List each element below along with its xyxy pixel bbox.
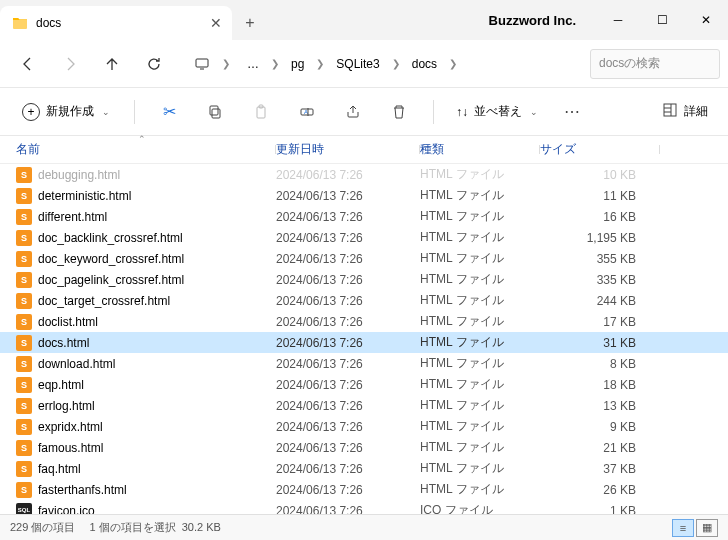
column-header-size[interactable]: サイズ bbox=[540, 141, 660, 158]
tab-title: docs bbox=[36, 16, 200, 30]
file-row[interactable]: Serrlog.html2024/06/13 7:26HTML ファイル13 K… bbox=[0, 395, 728, 416]
close-button[interactable]: ✕ bbox=[684, 0, 728, 40]
file-row[interactable]: Sdocs.html2024/06/13 7:26HTML ファイル31 KB bbox=[0, 332, 728, 353]
file-type: HTML ファイル bbox=[420, 250, 540, 267]
rename-button[interactable]: A bbox=[287, 94, 327, 130]
search-input[interactable]: docsの検索 bbox=[590, 49, 720, 79]
file-row[interactable]: Sdownload.html2024/06/13 7:26HTML ファイル8 … bbox=[0, 353, 728, 374]
file-size: 37 KB bbox=[540, 462, 644, 476]
breadcrumb-item[interactable]: docs bbox=[406, 53, 443, 75]
breadcrumb-overflow[interactable]: … bbox=[241, 53, 265, 75]
view-details-button[interactable]: ≡ bbox=[672, 519, 694, 537]
file-icon: S bbox=[16, 356, 32, 372]
file-row[interactable]: Sdeterministic.html2024/06/13 7:26HTML フ… bbox=[0, 185, 728, 206]
breadcrumb[interactable]: … ❯ pg ❯ SQLite3 ❯ docs ❯ bbox=[234, 48, 588, 80]
file-row[interactable]: Sexpridx.html2024/06/13 7:26HTML ファイル9 K… bbox=[0, 416, 728, 437]
pc-icon[interactable] bbox=[186, 46, 218, 82]
file-icon: S bbox=[16, 251, 32, 267]
file-name: doc_pagelink_crossref.html bbox=[38, 273, 184, 287]
file-name: favicon.ico bbox=[38, 504, 95, 515]
file-name: docs.html bbox=[38, 336, 89, 350]
file-name: different.html bbox=[38, 210, 107, 224]
file-date: 2024/06/13 7:26 bbox=[276, 462, 420, 476]
file-row[interactable]: Sdoc_keyword_crossref.html2024/06/13 7:2… bbox=[0, 248, 728, 269]
file-date: 2024/06/13 7:26 bbox=[276, 378, 420, 392]
file-date: 2024/06/13 7:26 bbox=[276, 315, 420, 329]
cut-button[interactable]: ✂ bbox=[149, 94, 189, 130]
copy-button[interactable] bbox=[195, 94, 235, 130]
delete-button[interactable] bbox=[379, 94, 419, 130]
new-button[interactable]: + 新規作成 ⌄ bbox=[12, 97, 120, 127]
file-row[interactable]: Sdoc_pagelink_crossref.html2024/06/13 7:… bbox=[0, 269, 728, 290]
more-button[interactable]: ⋯ bbox=[552, 94, 592, 130]
file-name: doc_target_crossref.html bbox=[38, 294, 170, 308]
sort-asc-icon: ⌃ bbox=[138, 134, 146, 144]
file-row[interactable]: Sdifferent.html2024/06/13 7:26HTML ファイル1… bbox=[0, 206, 728, 227]
file-row[interactable]: Sfasterthanfs.html2024/06/13 7:26HTML ファ… bbox=[0, 479, 728, 500]
file-row[interactable]: Seqp.html2024/06/13 7:26HTML ファイル18 KB bbox=[0, 374, 728, 395]
file-type: HTML ファイル bbox=[420, 355, 540, 372]
chevron-right-icon: ❯ bbox=[269, 58, 281, 69]
file-row[interactable]: Sfaq.html2024/06/13 7:26HTML ファイル37 KB bbox=[0, 458, 728, 479]
file-row[interactable]: Sdoc_target_crossref.html2024/06/13 7:26… bbox=[0, 290, 728, 311]
paste-button[interactable] bbox=[241, 94, 281, 130]
file-icon: S bbox=[16, 419, 32, 435]
sort-label: 並べ替え bbox=[474, 103, 522, 120]
file-date: 2024/06/13 7:26 bbox=[276, 441, 420, 455]
tab[interactable]: docs ✕ bbox=[0, 6, 232, 40]
file-type: HTML ファイル bbox=[420, 187, 540, 204]
file-name: errlog.html bbox=[38, 399, 95, 413]
status-count: 229 個の項目 bbox=[10, 520, 75, 535]
details-icon bbox=[662, 102, 678, 121]
column-header-type[interactable]: 種類 bbox=[420, 141, 540, 158]
file-row[interactable]: Sdoclist.html2024/06/13 7:26HTML ファイル17 … bbox=[0, 311, 728, 332]
forward-button[interactable] bbox=[50, 46, 90, 82]
up-button[interactable] bbox=[92, 46, 132, 82]
file-row[interactable]: Sfamous.html2024/06/13 7:26HTML ファイル21 K… bbox=[0, 437, 728, 458]
sort-button[interactable]: ↑↓ 並べ替え ⌄ bbox=[448, 97, 546, 126]
file-icon: S bbox=[16, 398, 32, 414]
file-type: HTML ファイル bbox=[420, 439, 540, 456]
file-date: 2024/06/13 7:26 bbox=[276, 189, 420, 203]
file-size: 355 KB bbox=[540, 252, 644, 266]
file-date: 2024/06/13 7:26 bbox=[276, 273, 420, 287]
file-type: HTML ファイル bbox=[420, 460, 540, 477]
details-button[interactable]: 詳細 bbox=[654, 96, 716, 127]
file-name: fasterthanfs.html bbox=[38, 483, 127, 497]
file-size: 244 KB bbox=[540, 294, 644, 308]
back-button[interactable] bbox=[8, 46, 48, 82]
new-tab-button[interactable]: + bbox=[232, 6, 268, 40]
file-date: 2024/06/13 7:26 bbox=[276, 336, 420, 350]
file-icon: S bbox=[16, 440, 32, 456]
file-row[interactable]: Sdoc_backlink_crossref.html2024/06/13 7:… bbox=[0, 227, 728, 248]
file-type: ICO ファイル bbox=[420, 502, 540, 514]
window-controls: ─ ☐ ✕ bbox=[596, 0, 728, 40]
file-name: doclist.html bbox=[38, 315, 98, 329]
file-size: 18 KB bbox=[540, 378, 644, 392]
tab-close-button[interactable]: ✕ bbox=[208, 15, 224, 31]
statusbar: 229 個の項目 1 個の項目を選択 30.2 KB ≡ ▦ bbox=[0, 514, 728, 540]
file-size: 13 KB bbox=[540, 399, 644, 413]
view-grid-button[interactable]: ▦ bbox=[696, 519, 718, 537]
file-icon: SQL bbox=[16, 503, 32, 515]
column-header-date[interactable]: 更新日時 bbox=[276, 141, 420, 158]
share-button[interactable] bbox=[333, 94, 373, 130]
file-type: HTML ファイル bbox=[420, 313, 540, 330]
breadcrumb-item[interactable]: pg bbox=[285, 53, 310, 75]
file-size: 1,195 KB bbox=[540, 231, 644, 245]
file-icon: S bbox=[16, 314, 32, 330]
file-size: 21 KB bbox=[540, 441, 644, 455]
file-type: HTML ファイル bbox=[420, 208, 540, 225]
file-icon: S bbox=[16, 209, 32, 225]
file-row[interactable]: SQLfavicon.ico2024/06/13 7:26ICO ファイル1 K… bbox=[0, 500, 728, 514]
file-date: 2024/06/13 7:26 bbox=[276, 168, 420, 182]
minimize-button[interactable]: ─ bbox=[596, 0, 640, 40]
breadcrumb-item[interactable]: SQLite3 bbox=[330, 53, 385, 75]
file-size: 17 KB bbox=[540, 315, 644, 329]
file-list: Sdebugging.html2024/06/13 7:26HTML ファイル1… bbox=[0, 164, 728, 514]
refresh-button[interactable] bbox=[134, 46, 174, 82]
column-header-name[interactable]: 名前 ⌃ bbox=[0, 141, 276, 158]
maximize-button[interactable]: ☐ bbox=[640, 0, 684, 40]
file-row[interactable]: Sdebugging.html2024/06/13 7:26HTML ファイル1… bbox=[0, 164, 728, 185]
toolbar: + 新規作成 ⌄ ✂ A ↑↓ 並べ替え ⌄ ⋯ 詳細 bbox=[0, 88, 728, 136]
